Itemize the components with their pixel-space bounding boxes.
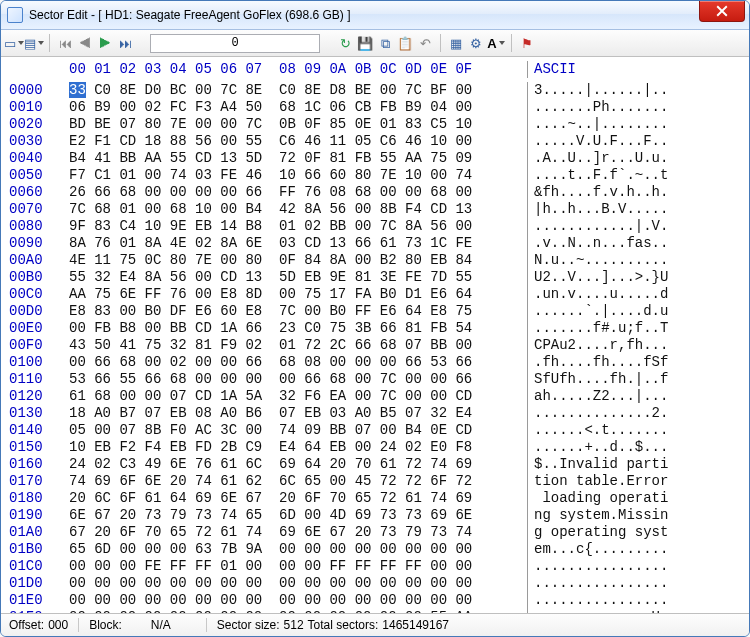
titlebar[interactable]: Sector Edit - [ HD1: Seagate FreeAgent G… xyxy=(1,1,749,30)
hex-row[interactable]: 017074 69 6F 6E 20 74 61 62 6C 65 00 45 … xyxy=(9,473,741,490)
hex-bytes[interactable]: 00 00 00 00 00 00 00 00 00 00 00 00 00 0… xyxy=(69,592,525,609)
hex-bytes[interactable]: 20 6C 6F 61 64 69 6E 67 20 6F 70 65 72 6… xyxy=(69,490,525,507)
hex-ascii[interactable]: |h..h...B.V..... xyxy=(534,201,668,218)
hex-bytes[interactable]: E2 F1 CD 18 88 56 00 55 C6 46 11 05 C6 4… xyxy=(69,133,525,150)
hex-bytes[interactable]: 10 EB F2 F4 EB FD 2B C9 E4 64 EB 00 24 0… xyxy=(69,439,525,456)
hex-ascii[interactable]: loading operati xyxy=(534,490,668,507)
hex-row[interactable]: 015010 EB F2 F4 EB FD 2B C9 E4 64 EB 00 … xyxy=(9,439,741,456)
hex-row[interactable]: 010000 66 68 00 02 00 00 66 68 08 00 00 … xyxy=(9,354,741,371)
hex-row[interactable]: 001006 B9 00 02 FC F3 A4 50 68 1C 06 CB … xyxy=(9,99,741,116)
hex-ascii[interactable]: ......+..d..$... xyxy=(534,439,668,456)
hex-bytes[interactable]: 00 66 68 00 02 00 00 66 68 08 00 00 00 6… xyxy=(69,354,525,371)
hex-ascii[interactable]: ............|.V. xyxy=(534,218,668,235)
hex-bytes[interactable]: 55 32 E4 8A 56 00 CD 13 5D EB 9E 81 3E F… xyxy=(69,269,525,286)
tool-undo[interactable]: ↶ xyxy=(416,34,434,52)
hex-row[interactable]: 00A04E 11 75 0C 80 7E 00 80 0F 84 8A 00 … xyxy=(9,252,741,269)
hex-ascii[interactable]: .v..N..n...fas.. xyxy=(534,235,668,252)
hex-bytes[interactable]: 7C 68 01 00 68 10 00 B4 42 8A 56 00 8B F… xyxy=(69,201,525,218)
hex-ascii[interactable]: .....V.U.F...F.. xyxy=(534,133,668,150)
hex-row[interactable]: 014005 00 07 8B F0 AC 3C 00 74 09 BB 07 … xyxy=(9,422,741,439)
hex-ascii[interactable]: &fh....f.v.h..h. xyxy=(534,184,668,201)
hex-bytes[interactable]: 8A 76 01 8A 4E 02 8A 6E 03 CD 13 66 61 7… xyxy=(69,235,525,252)
hex-ascii[interactable]: g operating syst xyxy=(534,524,668,541)
hex-bytes[interactable]: E8 83 00 B0 DF E6 60 E8 7C 00 B0 FF E6 6… xyxy=(69,303,525,320)
hex-row[interactable]: 006026 66 68 00 00 00 00 66 FF 76 08 68 … xyxy=(9,184,741,201)
hex-row[interactable]: 01A067 20 6F 70 65 72 61 74 69 6E 67 20 … xyxy=(9,524,741,541)
hex-bytes[interactable]: 33 C0 8E D0 BC 00 7C 8E C0 8E D8 BE 00 7… xyxy=(69,82,525,99)
hex-bytes[interactable]: 00 00 00 00 00 00 00 00 00 00 00 00 00 0… xyxy=(69,575,525,592)
hex-ascii[interactable]: ....~..|........ xyxy=(534,116,668,133)
tool-options-1[interactable]: ▦ xyxy=(447,34,465,52)
hex-row[interactable]: 012061 68 00 00 07 CD 1A 5A 32 F6 EA 00 … xyxy=(9,388,741,405)
hex-bytes[interactable]: 9F 83 C4 10 9E EB 14 B8 01 02 BB 00 7C 8… xyxy=(69,218,525,235)
hex-row[interactable]: 00D0E8 83 00 B0 DF E6 60 E8 7C 00 B0 FF … xyxy=(9,303,741,320)
nav-first[interactable]: ⏮ xyxy=(56,34,74,52)
tool-view-menu[interactable]: ▤ xyxy=(25,34,43,52)
hex-ascii[interactable]: .......Ph....... xyxy=(534,99,668,116)
hex-bytes[interactable]: 00 FB B8 00 BB CD 1A 66 23 C0 75 3B 66 8… xyxy=(69,320,525,337)
hex-bytes[interactable]: 43 50 41 75 32 81 F9 02 01 72 2C 66 68 0… xyxy=(69,337,525,354)
hex-row[interactable]: 00E000 FB B8 00 BB CD 1A 66 23 C0 75 3B … xyxy=(9,320,741,337)
hex-ascii[interactable]: ................ xyxy=(534,575,668,592)
nav-next[interactable]: ⯈ xyxy=(96,34,114,52)
hex-row[interactable]: 01C000 00 00 FE FF FF 01 00 00 00 FF FF … xyxy=(9,558,741,575)
tool-save[interactable]: 💾 xyxy=(356,34,374,52)
hex-row[interactable]: 000033 C0 8E D0 BC 00 7C 8E C0 8E D8 BE … xyxy=(9,82,741,99)
hex-ascii[interactable]: tion table.Error xyxy=(534,473,668,490)
hex-row[interactable]: 0040B4 41 BB AA 55 CD 13 5D 72 0F 81 FB … xyxy=(9,150,741,167)
nav-last[interactable]: ⏭ xyxy=(116,34,134,52)
hex-row[interactable]: 01906E 67 20 73 79 73 74 65 6D 00 4D 69 … xyxy=(9,507,741,524)
hex-bytes[interactable]: AA 75 6E FF 76 00 E8 8D 00 75 17 FA B0 D… xyxy=(69,286,525,303)
hex-bytes[interactable]: B4 41 BB AA 55 CD 13 5D 72 0F 81 FB 55 A… xyxy=(69,150,525,167)
hex-bytes[interactable]: 6E 67 20 73 79 73 74 65 6D 00 4D 69 73 7… xyxy=(69,507,525,524)
hex-ascii[interactable]: .fh....fh....fSf xyxy=(534,354,668,371)
hex-row[interactable]: 018020 6C 6F 61 64 69 6E 67 20 6F 70 65 … xyxy=(9,490,741,507)
hex-ascii[interactable]: ......`.|....d.u xyxy=(534,303,668,320)
hex-bytes[interactable]: 18 A0 B7 07 EB 08 A0 B6 07 EB 03 A0 B5 0… xyxy=(69,405,525,422)
hex-ascii[interactable]: N.u..~.......... xyxy=(534,252,668,269)
hex-ascii[interactable]: 3.....|......|.. xyxy=(534,82,668,99)
tool-paste[interactable]: 📋 xyxy=(396,34,414,52)
tool-font[interactable]: A xyxy=(487,34,505,52)
tool-options-2[interactable]: ⚙ xyxy=(467,34,485,52)
hex-ascii[interactable]: em...c{......... xyxy=(534,541,668,558)
hex-row[interactable]: 016024 02 C3 49 6E 76 61 6C 69 64 20 70 … xyxy=(9,456,741,473)
hex-ascii[interactable]: ..............2. xyxy=(534,405,668,422)
hex-ascii[interactable]: U2..V...]...>.}U xyxy=(534,269,668,286)
hex-row[interactable]: 01D000 00 00 00 00 00 00 00 00 00 00 00 … xyxy=(9,575,741,592)
hex-bytes[interactable]: 4E 11 75 0C 80 7E 00 80 0F 84 8A 00 B2 8… xyxy=(69,252,525,269)
hex-row[interactable]: 0030E2 F1 CD 18 88 56 00 55 C6 46 11 05 … xyxy=(9,133,741,150)
hex-bytes[interactable]: 74 69 6F 6E 20 74 61 62 6C 65 00 45 72 7… xyxy=(69,473,525,490)
hex-bytes[interactable]: 61 68 00 00 07 CD 1A 5A 32 F6 EA 00 7C 0… xyxy=(69,388,525,405)
tool-copy[interactable]: ⧉ xyxy=(376,34,394,52)
hex-ascii[interactable]: ....t..F.f`.~..t xyxy=(534,167,668,184)
hex-bytes[interactable]: BD BE 07 80 7E 00 00 7C 0B 0F 85 0E 01 8… xyxy=(69,116,525,133)
hex-ascii[interactable]: $..Invalid parti xyxy=(534,456,668,473)
hex-bytes[interactable]: 53 66 55 66 68 00 00 00 00 66 68 00 7C 0… xyxy=(69,371,525,388)
hex-viewer[interactable]: 00 01 02 03 04 05 06 07 08 09 0A 0B 0C 0… xyxy=(1,57,749,613)
hex-row[interactable]: 01B065 6D 00 00 00 63 7B 9A 00 00 00 00 … xyxy=(9,541,741,558)
hex-bytes[interactable]: F7 C1 01 00 74 03 FE 46 10 66 60 80 7E 1… xyxy=(69,167,525,184)
hex-row[interactable]: 00B055 32 E4 8A 56 00 CD 13 5D EB 9E 81 … xyxy=(9,269,741,286)
hex-ascii[interactable]: ......<.t....... xyxy=(534,422,668,439)
hex-ascii[interactable]: .......f#.u;f..T xyxy=(534,320,668,337)
hex-ascii[interactable]: SfUfh....fh.|..f xyxy=(534,371,668,388)
hex-bytes[interactable]: 24 02 C3 49 6E 76 61 6C 69 64 20 70 61 7… xyxy=(69,456,525,473)
tool-open-menu[interactable]: ▭ xyxy=(5,34,23,52)
hex-row[interactable]: 00C0AA 75 6E FF 76 00 E8 8D 00 75 17 FA … xyxy=(9,286,741,303)
hex-bytes[interactable]: 67 20 6F 70 65 72 61 74 69 6E 67 20 73 7… xyxy=(69,524,525,541)
nav-prev[interactable]: ⯇ xyxy=(76,34,94,52)
hex-ascii[interactable]: ................ xyxy=(534,558,668,575)
hex-body[interactable]: 000033 C0 8E D0 BC 00 7C 8E C0 8E D8 BE … xyxy=(9,82,741,613)
close-button[interactable] xyxy=(699,1,745,22)
hex-row[interactable]: 00908A 76 01 8A 4E 02 8A 6E 03 CD 13 66 … xyxy=(9,235,741,252)
sector-number-input[interactable] xyxy=(150,34,320,53)
hex-ascii[interactable]: .A..U..]r...U.u. xyxy=(534,150,668,167)
hex-row[interactable]: 011053 66 55 66 68 00 00 00 00 66 68 00 … xyxy=(9,371,741,388)
hex-bytes[interactable]: 65 6D 00 00 00 63 7B 9A 00 00 00 00 00 0… xyxy=(69,541,525,558)
hex-ascii[interactable]: ................ xyxy=(534,592,668,609)
tool-refresh[interactable]: ↻ xyxy=(336,34,354,52)
hex-ascii[interactable]: ng system.Missin xyxy=(534,507,668,524)
hex-bytes[interactable]: 06 B9 00 02 FC F3 A4 50 68 1C 06 CB FB B… xyxy=(69,99,525,116)
hex-row[interactable]: 00707C 68 01 00 68 10 00 B4 42 8A 56 00 … xyxy=(9,201,741,218)
